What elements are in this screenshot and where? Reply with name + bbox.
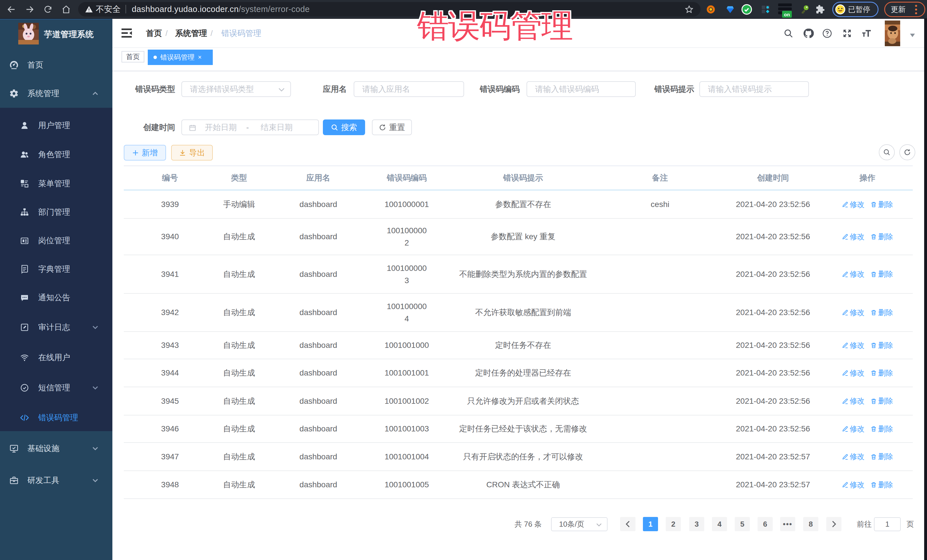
svg-text:on: on [784, 12, 790, 17]
